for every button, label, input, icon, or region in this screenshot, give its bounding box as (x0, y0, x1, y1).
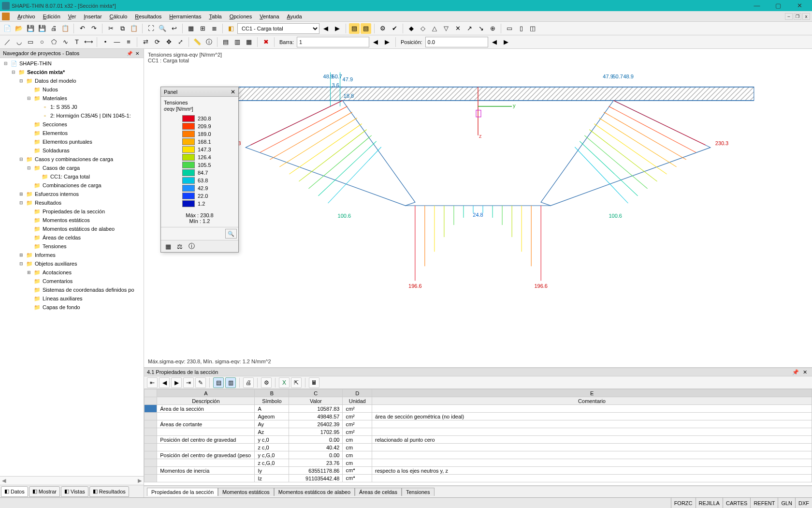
prev-case-icon[interactable]: ◀ (320, 23, 331, 34)
mdi-minimize-button[interactable]: – (785, 13, 793, 20)
print-icon[interactable]: 🖨 (48, 23, 59, 34)
move-icon[interactable]: ✥ (163, 37, 174, 47)
snap-icon[interactable]: ⊞ (197, 23, 208, 34)
tree-item[interactable]: ⊞📁Informes (0, 251, 144, 259)
barra-next-icon[interactable]: ▶ (382, 37, 392, 47)
status-cell-rejilla[interactable]: REJILLA (696, 498, 723, 508)
row-selector[interactable] (145, 420, 157, 428)
menu-tabla[interactable]: Tabla (205, 13, 225, 20)
tree-toggle-icon[interactable]: ⊟ (26, 165, 32, 170)
menu-cálculo[interactable]: Cálculo (106, 13, 131, 20)
row-selector[interactable] (145, 413, 157, 420)
column-letter[interactable]: D (343, 389, 372, 397)
menu-insertar[interactable]: Insertar (80, 13, 105, 20)
tree-item[interactable]: 📁Momentos estáticos (0, 216, 144, 224)
panel-tab-colors-icon[interactable]: ▦ (164, 242, 173, 251)
status-cell-cartes[interactable]: CARTES (723, 498, 750, 508)
posicion-input[interactable] (425, 37, 488, 47)
circle-icon[interactable]: ○ (37, 37, 47, 47)
table-nav-last-icon[interactable]: ⇥ (183, 377, 194, 388)
table-row[interactable]: Ageom49848.57cm²área de sección geométri… (145, 413, 812, 420)
tree-item[interactable]: 📁Momentos estáticos de alabeo (0, 224, 144, 233)
menu-opciones[interactable]: Opciones (226, 13, 256, 20)
view-3-icon[interactable]: ◫ (527, 23, 538, 34)
panel-titlebar[interactable]: Panel ✕ (161, 87, 238, 97)
column-letter[interactable]: B (255, 389, 289, 397)
filter2-icon[interactable]: ▥ (232, 37, 243, 47)
tool-h-icon[interactable]: ⊕ (487, 23, 498, 34)
tree-item[interactable]: ⊟📁Objetos auxiliares (0, 259, 144, 268)
zoom-window-icon[interactable]: 🔍 (157, 23, 168, 34)
scale-icon[interactable]: ⤢ (175, 37, 186, 47)
tool-f-icon[interactable]: ↗ (464, 23, 475, 34)
status-cell-refent[interactable]: REFENT (750, 498, 778, 508)
tree-item[interactable]: ⊟📄SHAPE-THIN (0, 59, 144, 68)
table-row[interactable]: z c,G,023.76cm (145, 459, 812, 467)
table-filter-b-icon[interactable]: ▥ (225, 377, 236, 388)
column-header[interactable]: Valor (289, 397, 343, 405)
tree-item[interactable]: ▫1: S 355 J0 (0, 103, 144, 111)
next-case-icon[interactable]: ▶ (332, 23, 343, 34)
maximize-button[interactable]: ▢ (768, 0, 789, 11)
tree-item[interactable]: ⊟📁Materiales (0, 94, 144, 103)
column-header[interactable]: Comentario (372, 397, 812, 405)
tree-toggle-icon[interactable]: ⊟ (18, 261, 24, 266)
tree-toggle-icon[interactable]: ⊟ (26, 96, 32, 101)
undo-icon[interactable]: ↶ (77, 23, 87, 34)
tree-item[interactable]: 📁Elementos (0, 129, 144, 137)
tree-item[interactable]: 📁Combinaciones de carga (0, 181, 144, 190)
menu-ver[interactable]: Ver (64, 13, 80, 20)
tree-toggle-icon[interactable]: ⊟ (3, 61, 9, 66)
navigator-close-icon[interactable]: ✕ (134, 51, 141, 56)
rotate-icon[interactable]: ⟳ (152, 37, 162, 47)
table-calc-icon[interactable]: 🖩 (309, 377, 319, 388)
tree-item[interactable]: 📁CC1: Carga total (0, 172, 144, 181)
table-nav-prev-icon[interactable]: ◀ (159, 377, 170, 388)
column-header[interactable]: Descripción (157, 397, 255, 405)
row-selector[interactable] (145, 459, 157, 467)
tree-item[interactable]: 📁Tensiones (0, 242, 144, 251)
menu-archivo[interactable]: Archivo (14, 13, 39, 20)
text-icon[interactable]: T (72, 37, 82, 47)
navigator-pin-icon[interactable]: 📌 (125, 51, 134, 56)
panel-close-icon[interactable]: ✕ (231, 89, 235, 95)
redo-icon[interactable]: ↷ (88, 23, 99, 34)
status-cell-forzc[interactable]: FORZC (671, 498, 696, 508)
tree-item[interactable]: ⊟📁Casos de carga (0, 164, 144, 172)
tree-item[interactable]: 📁Sistemas de coordenadas definidos po (0, 285, 144, 294)
filter3-icon[interactable]: ▦ (244, 37, 254, 47)
tree-toggle-icon[interactable]: ⊞ (18, 253, 24, 257)
tool-c-icon[interactable]: △ (429, 23, 440, 34)
tree-toggle-icon[interactable]: ⊟ (18, 157, 24, 162)
copy-icon[interactable]: ⧉ (117, 23, 128, 34)
tree-item[interactable]: 📁Propiedades de la sección (0, 207, 144, 216)
table-filter-a-icon[interactable]: ▤ (213, 377, 224, 388)
poly-icon[interactable]: ⬠ (48, 37, 59, 47)
table-nav-first-icon[interactable]: ⇤ (147, 377, 158, 388)
layers-icon[interactable]: ≣ (209, 23, 219, 34)
table-row[interactable]: z c,040.42cm (145, 444, 812, 451)
info-icon[interactable]: ⓘ (203, 37, 214, 47)
table-edit-icon[interactable]: ✎ (195, 377, 206, 388)
tree-item[interactable]: ⊟📁Datos del modelo (0, 76, 144, 85)
table-row[interactable]: Momentos de inerciaIy63551178.86cm⁴respe… (145, 467, 812, 475)
report-icon[interactable]: 📋 (60, 23, 71, 34)
results-table-wrap[interactable]: ABCDE DescripciónSímboloValorUnidadComen… (144, 389, 812, 486)
tree-toggle-icon[interactable]: ⊟ (11, 70, 16, 75)
paste-icon[interactable]: 📋 (129, 23, 139, 34)
column-letter[interactable]: E (372, 389, 812, 397)
dim-icon[interactable]: ⟷ (83, 37, 94, 47)
project-tree[interactable]: ⊟📄SHAPE-THIN⊟📁Sección mixta*⊟📁Datos del … (0, 58, 144, 476)
table-settings-icon[interactable]: ⚙ (261, 377, 272, 388)
row-selector[interactable] (145, 475, 157, 482)
loadcase-icon[interactable]: ◧ (226, 23, 236, 34)
save-as-icon[interactable]: 💾 (37, 23, 47, 34)
tree-item[interactable]: ⊞📁Acotaciones (0, 268, 144, 277)
barra-prev-icon[interactable]: ◀ (370, 37, 381, 47)
calc-icon[interactable]: ⚙ (377, 23, 388, 34)
cut-icon[interactable]: ✂ (105, 23, 116, 34)
results-toggle-icon[interactable]: ▨ (349, 23, 360, 34)
result-tab[interactable]: Momentos estáticos (218, 488, 274, 496)
zoom-prev-icon[interactable]: ↩ (169, 23, 179, 34)
status-cell-gln[interactable]: GLN (778, 498, 795, 508)
